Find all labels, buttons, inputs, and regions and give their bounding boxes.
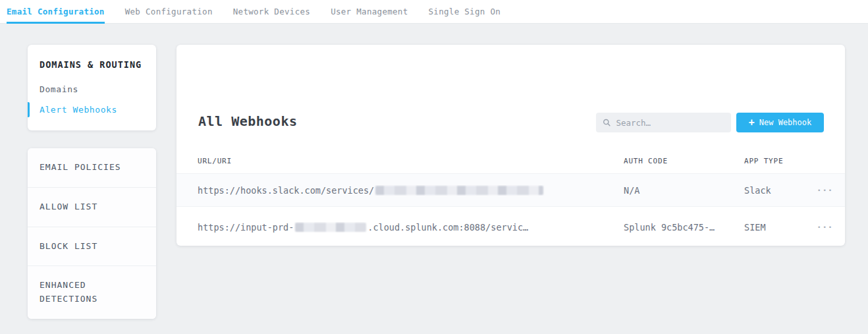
column-header-app-type: APP TYPE — [744, 157, 816, 165]
webhook-url: https://hooks.slack.com/services/ — [198, 185, 624, 196]
redacted-blur — [295, 223, 366, 232]
sidebar-item-domains[interactable]: Domains — [28, 79, 156, 99]
new-webhook-button-label: New Webhook — [759, 118, 811, 127]
plus-icon: + — [749, 118, 755, 128]
policies-card: EMAIL POLICIES ALLOW LIST BLOCK LIST ENH… — [28, 148, 156, 319]
sidebar-item-allow-list[interactable]: ALLOW LIST — [28, 187, 156, 227]
tab-web-configuration[interactable]: Web Configuration — [125, 0, 213, 23]
url-text: .cloud.splunk.com:8088/servic… — [367, 222, 528, 233]
top-navigation: Email Configuration Web Configuration Ne… — [0, 0, 868, 24]
search-icon — [603, 118, 610, 127]
row-menu-ellipsis-icon[interactable]: ••• — [816, 221, 835, 233]
url-text: https://hooks.slack.com/services/ — [198, 185, 374, 196]
table-header-row: URL/URI AUTH CODE APP TYPE — [176, 149, 845, 174]
redacted-blur — [375, 186, 543, 195]
webhooks-panel: All Webhooks + New Webhook URL/URI AUTH … — [176, 45, 845, 246]
webhook-app-type: Slack — [744, 185, 816, 196]
search-input[interactable] — [616, 118, 724, 128]
sidebar-item-enhanced-detections[interactable]: ENHANCED DETECTIONS — [28, 265, 156, 319]
column-header-url: URL/URI — [198, 157, 624, 165]
column-header-auth-code: AUTH CODE — [624, 157, 744, 165]
new-webhook-button[interactable]: + New Webhook — [736, 113, 824, 132]
webhooks-table: URL/URI AUTH CODE APP TYPE https://hooks… — [176, 149, 845, 248]
sidebar-item-email-policies[interactable]: EMAIL POLICIES — [28, 148, 156, 187]
webhook-auth-code: Splunk 9c5bc475-… — [624, 222, 744, 233]
search-box — [596, 113, 731, 132]
table-row[interactable]: https://hooks.slack.com/services/ N/A Sl… — [176, 174, 845, 207]
sidebar-item-alert-webhooks[interactable]: Alert Webhooks — [28, 99, 156, 120]
domains-routing-heading: DOMAINS & ROUTING — [28, 59, 156, 70]
sidebar-item-block-list[interactable]: BLOCK LIST — [28, 227, 156, 266]
webhook-url: https://input-prd- .cloud.splunk.com:808… — [198, 222, 624, 233]
tab-user-management[interactable]: User Management — [331, 0, 408, 23]
row-menu-ellipsis-icon[interactable]: ••• — [816, 184, 835, 196]
page-title: All Webhooks — [198, 113, 298, 129]
webhook-auth-code: N/A — [624, 185, 744, 196]
webhook-app-type: SIEM — [744, 222, 816, 233]
table-row[interactable]: https://input-prd- .cloud.splunk.com:808… — [176, 207, 845, 248]
email-configuration-page: Email Configuration Web Configuration Ne… — [0, 0, 868, 334]
url-text: https://input-prd- — [198, 222, 294, 233]
tab-network-devices[interactable]: Network Devices — [233, 0, 310, 23]
domains-routing-card: DOMAINS & ROUTING Domains Alert Webhooks — [28, 45, 156, 130]
tab-single-sign-on[interactable]: Single Sign On — [429, 0, 501, 23]
tab-email-configuration[interactable]: Email Configuration — [7, 0, 105, 23]
